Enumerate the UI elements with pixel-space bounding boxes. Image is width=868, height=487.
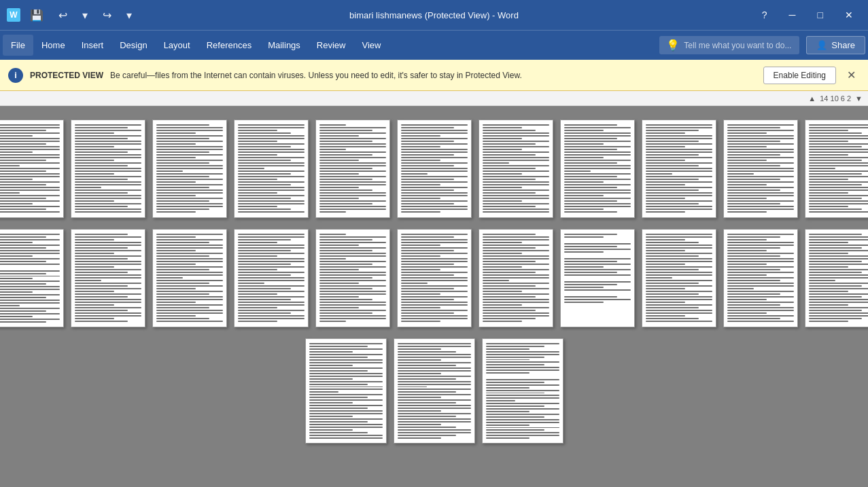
undo-button[interactable]: ↩ bbox=[53, 6, 73, 24]
search-icon: 💡 bbox=[666, 39, 680, 52]
page-22[interactable] bbox=[805, 229, 869, 327]
page-2[interactable] bbox=[71, 120, 145, 218]
maximize-button[interactable]: □ bbox=[810, 5, 831, 24]
menu-file[interactable]: File bbox=[3, 35, 33, 56]
menu-insert[interactable]: Insert bbox=[73, 35, 112, 56]
ruler-numbers: ▲ 14 10 6 2 ▼ bbox=[808, 94, 863, 103]
ruler: ▲ 14 10 6 2 ▼ bbox=[0, 91, 868, 106]
page-25[interactable] bbox=[482, 338, 563, 444]
page-10[interactable] bbox=[723, 120, 798, 218]
menu-view[interactable]: View bbox=[353, 35, 389, 56]
window-controls: ? ─ □ ✕ bbox=[754, 5, 861, 24]
close-button[interactable]: ✕ bbox=[837, 5, 861, 24]
page-7[interactable] bbox=[479, 120, 553, 218]
undo-dropdown[interactable]: ▾ bbox=[77, 6, 93, 24]
share-label: Share bbox=[831, 40, 855, 50]
menu-mailings[interactable]: Mailings bbox=[260, 35, 309, 56]
page-4[interactable] bbox=[234, 120, 309, 218]
menu-references[interactable]: References bbox=[198, 35, 260, 56]
redo-button[interactable]: ↪ bbox=[97, 6, 117, 24]
menu-bar: File Home Insert Design Layout Reference… bbox=[0, 30, 868, 60]
page-21[interactable] bbox=[723, 229, 798, 327]
menu-home[interactable]: Home bbox=[33, 35, 73, 56]
page-18[interactable] bbox=[479, 229, 553, 327]
menu-review[interactable]: Review bbox=[309, 35, 354, 56]
page-1[interactable] bbox=[0, 120, 64, 218]
customize-button[interactable]: ▾ bbox=[121, 6, 137, 24]
protected-view-close-button[interactable]: ✕ bbox=[843, 67, 860, 83]
save-button[interactable]: 💾 bbox=[24, 6, 49, 24]
page-17[interactable] bbox=[397, 229, 472, 327]
page-14[interactable] bbox=[152, 229, 227, 327]
page-15[interactable] bbox=[234, 229, 309, 327]
page-5[interactable] bbox=[315, 120, 390, 218]
share-button[interactable]: 👤 Share bbox=[806, 36, 865, 54]
help-button[interactable]: ? bbox=[754, 5, 776, 24]
protected-view-message: Be careful—files from the Internet can c… bbox=[110, 71, 757, 80]
page-24[interactable] bbox=[394, 338, 475, 444]
menu-layout[interactable]: Layout bbox=[156, 35, 198, 56]
page-16[interactable] bbox=[315, 229, 390, 327]
menu-design[interactable]: Design bbox=[111, 35, 155, 56]
page-row-2 bbox=[0, 229, 868, 327]
ruler-down-arrow[interactable]: ▼ bbox=[855, 94, 863, 103]
share-icon: 👤 bbox=[816, 40, 827, 50]
ruler-values: 14 10 6 2 bbox=[820, 94, 851, 103]
page-13[interactable] bbox=[71, 229, 145, 327]
enable-editing-button[interactable]: Enable Editing bbox=[763, 67, 836, 84]
page-9[interactable] bbox=[642, 120, 716, 218]
page-19[interactable] bbox=[560, 229, 635, 327]
title-bar: W 💾 ↩ ▾ ↪ ▾ bimari lishmanews (Protected… bbox=[0, 0, 868, 30]
page-6[interactable] bbox=[397, 120, 472, 218]
window-title: bimari lishmanews (Protected View) - Wor… bbox=[349, 10, 519, 20]
page-row-1 bbox=[0, 120, 868, 218]
page-20[interactable] bbox=[642, 229, 716, 327]
page-8[interactable] bbox=[560, 120, 635, 218]
protected-view-bar: i PROTECTED VIEW Be careful—files from t… bbox=[0, 60, 868, 91]
search-input[interactable] bbox=[684, 41, 793, 50]
document-area[interactable] bbox=[0, 106, 868, 487]
page-11[interactable] bbox=[805, 120, 869, 218]
page-23[interactable] bbox=[305, 338, 387, 444]
title-bar-left: W 💾 ↩ ▾ ↪ ▾ bbox=[7, 6, 137, 24]
protected-view-icon: i bbox=[8, 68, 23, 83]
ruler-up-arrow[interactable]: ▲ bbox=[808, 94, 816, 103]
page-3[interactable] bbox=[152, 120, 227, 218]
page-row-3 bbox=[305, 338, 563, 444]
word-icon: W bbox=[7, 8, 20, 22]
minimize-button[interactable]: ─ bbox=[781, 5, 804, 24]
protected-view-label: PROTECTED VIEW bbox=[30, 71, 103, 80]
page-12[interactable] bbox=[0, 229, 64, 327]
search-box[interactable]: 💡 bbox=[659, 36, 799, 54]
